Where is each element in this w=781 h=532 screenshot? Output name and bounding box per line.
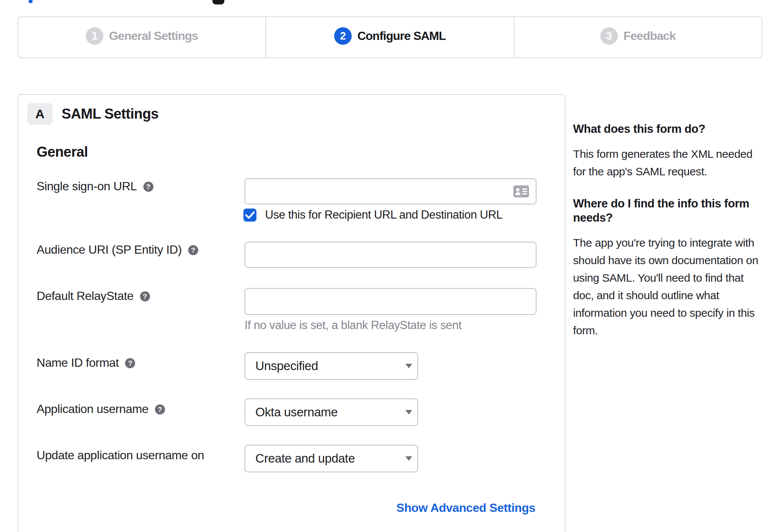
- help-heading-2: Where do I find the info this form needs…: [573, 197, 760, 225]
- section-title: SAML Settings: [62, 103, 159, 125]
- wizard-stepper: 1 General Settings 2 Configure SAML 3 Fe…: [18, 16, 762, 58]
- label-default-relaystate: Default RelayState?: [37, 289, 150, 303]
- chevron-down-icon: [405, 364, 412, 368]
- single-sign-on-url-input[interactable]: [245, 178, 536, 204]
- step-feedback[interactable]: 3 Feedback: [514, 17, 762, 57]
- step-label: General Settings: [109, 29, 198, 43]
- help-icon[interactable]: ?: [155, 404, 165, 414]
- show-advanced-settings-link[interactable]: Show Advanced Settings: [396, 501, 535, 515]
- step-number: 3: [600, 27, 618, 45]
- label-application-username: Application username?: [37, 402, 165, 416]
- help-icon[interactable]: ?: [188, 245, 198, 255]
- update-application-username-select[interactable]: Create and update: [245, 445, 418, 472]
- section-badge: A: [27, 103, 53, 125]
- help-icon[interactable]: ?: [143, 182, 153, 192]
- name-id-format-select[interactable]: Unspecified: [245, 352, 418, 380]
- label-update-application-username: Update application username on: [37, 448, 204, 462]
- step-label: Feedback: [623, 29, 676, 43]
- relaystate-hint: If no value is set, a blank RelayState i…: [245, 319, 461, 332]
- audience-uri-input[interactable]: [245, 242, 536, 268]
- step-label: Configure SAML: [357, 29, 446, 43]
- help-heading-1: What does this form do?: [573, 122, 760, 136]
- recipient-url-checkbox[interactable]: [243, 209, 256, 222]
- help-icon[interactable]: ?: [140, 291, 150, 301]
- label-name-id-format: Name ID format?: [37, 356, 135, 370]
- step-configure-saml[interactable]: 2 Configure SAML: [266, 17, 514, 57]
- help-panel: What does this form do? This form genera…: [573, 122, 760, 356]
- contact-card-icon[interactable]: [513, 185, 529, 197]
- cutoff-black-element: [212, 0, 224, 4]
- chevron-down-icon: [405, 456, 412, 461]
- default-relaystate-input[interactable]: [245, 288, 536, 315]
- group-heading-general: General: [37, 144, 88, 160]
- help-body-2: The app you're trying to integrate with …: [573, 234, 760, 339]
- step-number: 1: [86, 27, 103, 45]
- help-icon[interactable]: ?: [125, 358, 135, 368]
- step-general-settings[interactable]: 1 General Settings: [18, 17, 266, 57]
- recipient-url-checkbox-label: Use this for Recipient URL and Destinati…: [265, 208, 502, 222]
- label-audience-uri: Audience URI (SP Entity ID)?: [37, 243, 198, 257]
- saml-settings-card: A SAML Settings General Single sign-on U…: [18, 94, 566, 532]
- chevron-down-icon: [405, 410, 412, 414]
- cutoff-blue-element: [29, 0, 32, 3]
- step-number: 2: [334, 27, 352, 45]
- label-single-sign-on-url: Single sign-on URL?: [37, 179, 153, 193]
- application-username-select[interactable]: Okta username: [245, 398, 418, 426]
- help-body-1: This form generates the XML needed for t…: [573, 145, 760, 180]
